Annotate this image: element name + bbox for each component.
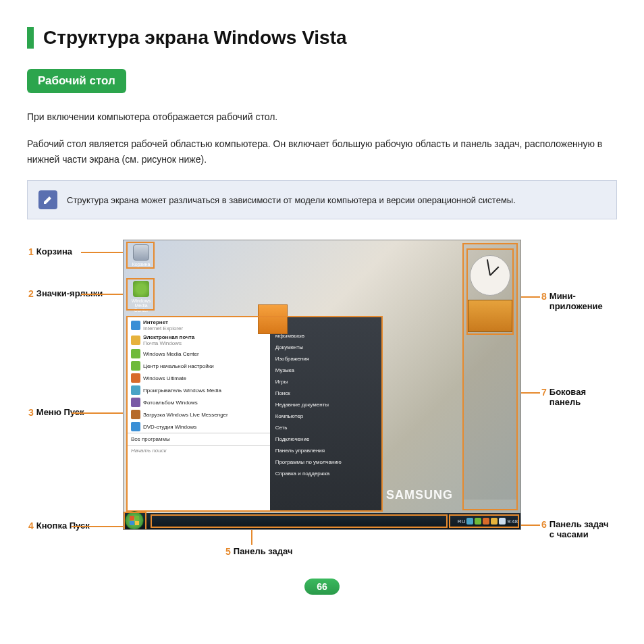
tray-clock[interactable]: 9:48 xyxy=(507,518,518,525)
callout-number: 2 xyxy=(28,288,34,299)
callout-number: 8 xyxy=(541,291,547,302)
callout-8: 8 Мини-приложение xyxy=(541,291,616,311)
slideshow-gadget[interactable] xyxy=(468,300,512,332)
tray-lang[interactable]: RU xyxy=(458,518,466,525)
tray-icon[interactable] xyxy=(466,518,473,525)
vista-screenshot: Корзина Windows Media Center SAMSUNG xyxy=(123,240,521,530)
callout-number: 6 xyxy=(541,519,547,530)
start-right-item[interactable]: Компьютер xyxy=(275,410,377,422)
callout-label: Панель задач xyxy=(234,546,293,556)
tray-icon[interactable] xyxy=(499,518,506,525)
leader-line xyxy=(72,412,123,414)
section-heading: Рабочий стол xyxy=(27,69,126,93)
start-menu-right: мфымвыывДокументыИзображенияМузыкаИгрыПо… xyxy=(270,317,382,511)
windows-flag-icon xyxy=(130,516,139,525)
note-text: Структура экрана может различаться в зав… xyxy=(67,195,516,205)
icon-label: Корзина xyxy=(129,262,153,267)
item-sub: Почта Windows xyxy=(143,340,194,346)
start-item[interactable]: Загрузка Windows Live Messenger xyxy=(127,408,270,421)
page-title: Структура экрана Windows Vista xyxy=(43,27,347,49)
item-title: Электронная почта xyxy=(143,334,194,340)
start-item-mail[interactable]: Электронная почта Почта Windows xyxy=(127,333,270,348)
intro-paragraph-1: При включении компьютера отображается ра… xyxy=(27,109,617,124)
callout-number: 7 xyxy=(541,387,547,398)
start-right-item[interactable]: Подключение xyxy=(275,433,377,445)
title-accent-bar xyxy=(27,27,34,49)
app-icon xyxy=(131,410,140,419)
system-tray[interactable]: RU 9:48 xyxy=(458,513,518,529)
item-label: Windows Media Center xyxy=(143,351,199,357)
start-menu[interactable]: Интернет Internet Explorer Электронная п… xyxy=(126,316,383,512)
start-item[interactable]: Windows Media Center xyxy=(127,348,270,360)
leader-line xyxy=(520,525,540,526)
start-right-item[interactable]: мфымвыыв xyxy=(275,330,377,342)
vista-sidebar[interactable] xyxy=(462,243,518,500)
user-picture[interactable] xyxy=(258,304,288,334)
start-right-item[interactable]: Справка и поддержка xyxy=(275,468,377,479)
tray-icon[interactable] xyxy=(491,518,498,525)
start-item-ie[interactable]: Интернет Internet Explorer xyxy=(127,318,270,333)
pencil-icon xyxy=(38,190,57,209)
mediacenter-icon xyxy=(133,281,149,297)
app-icon xyxy=(131,361,140,371)
callout-7: 7 Боковая панель xyxy=(541,387,616,407)
callout-label: Боковая панель xyxy=(549,387,616,407)
start-right-item[interactable]: Изображения xyxy=(275,353,377,365)
item-title: Интернет xyxy=(143,319,183,325)
start-item[interactable]: Windows Ultimate xyxy=(127,372,270,384)
item-label: Центр начальной настройки xyxy=(143,363,214,369)
taskbar[interactable]: RU 9:48 xyxy=(124,513,520,529)
app-icon xyxy=(131,373,140,383)
item-label: Загрузка Windows Live Messenger xyxy=(143,412,228,418)
desktop-icon-trash[interactable]: Корзина xyxy=(129,244,153,267)
start-search[interactable]: Начать поиск xyxy=(127,445,270,456)
start-button[interactable] xyxy=(125,511,144,530)
start-item[interactable]: Проигрыватель Windows Media xyxy=(127,384,270,396)
callout-number: 4 xyxy=(28,520,34,531)
callout-5: 5 Панель задач xyxy=(225,546,293,557)
brand-logo: SAMSUNG xyxy=(386,488,453,502)
mail-icon xyxy=(131,336,140,345)
start-right-item[interactable]: Документы xyxy=(275,342,377,353)
note-box: Структура экрана может различаться в зав… xyxy=(27,180,617,219)
all-programs[interactable]: Все программы xyxy=(127,433,270,445)
start-right-item[interactable]: Программы по умолчанию xyxy=(275,456,377,468)
item-label: DVD-студия Windows xyxy=(143,424,196,430)
start-right-item[interactable]: Музыка xyxy=(275,365,377,376)
callout-label: Мини-приложение xyxy=(549,291,616,311)
page-number: 66 xyxy=(304,579,340,595)
start-right-item[interactable]: Игры xyxy=(275,376,377,387)
intro-paragraph-2: Рабочий стол является рабочей областью к… xyxy=(27,136,617,167)
icon-label: Windows Media Center xyxy=(129,298,153,313)
clock-gadget[interactable] xyxy=(470,255,510,296)
item-label: Проигрыватель Windows Media xyxy=(143,387,221,394)
start-right-item[interactable]: Поиск xyxy=(275,387,377,399)
app-icon xyxy=(131,422,140,431)
leader-line xyxy=(81,294,123,295)
item-sub: Internet Explorer xyxy=(143,325,183,331)
callout-number: 1 xyxy=(28,246,34,257)
desktop-icon-mediacenter[interactable]: Windows Media Center xyxy=(129,281,153,313)
callout-label: Панель задач с часами xyxy=(549,519,616,539)
start-right-item[interactable]: Панель управления xyxy=(275,445,377,456)
start-item[interactable]: Фотоальбом Windows xyxy=(127,396,270,408)
start-right-item[interactable]: Сеть xyxy=(275,422,377,433)
ie-icon xyxy=(131,321,140,330)
leader-line xyxy=(81,252,123,253)
start-item[interactable]: DVD-студия Windows xyxy=(127,421,270,433)
app-icon xyxy=(131,398,140,407)
trash-icon xyxy=(133,244,149,261)
leader-line xyxy=(72,526,127,527)
tray-icon[interactable] xyxy=(475,518,481,525)
start-right-item[interactable]: Недавние документы xyxy=(275,399,377,410)
leader-line xyxy=(520,296,540,298)
start-menu-left: Интернет Internet Explorer Электронная п… xyxy=(127,317,270,511)
start-item[interactable]: Центр начальной настройки xyxy=(127,360,270,372)
page-title-row: Структура экрана Windows Vista xyxy=(27,27,617,49)
callout-1: 1 Корзина xyxy=(28,246,72,257)
callout-number: 5 xyxy=(225,546,231,557)
callout-number: 3 xyxy=(28,407,34,418)
item-label: Фотоальбом Windows xyxy=(143,400,198,406)
page-number-wrap: 66 xyxy=(27,579,617,595)
tray-icon[interactable] xyxy=(483,518,489,525)
